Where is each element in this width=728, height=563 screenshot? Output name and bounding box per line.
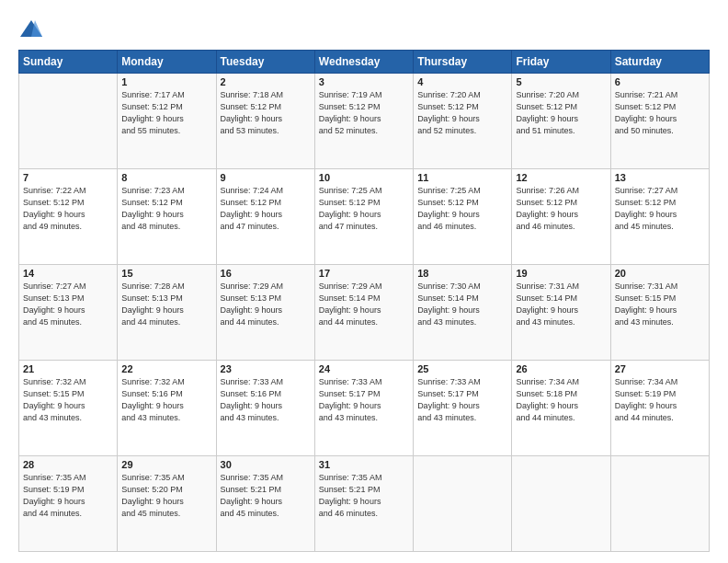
calendar-week-row: 28Sunrise: 7:35 AM Sunset: 5:19 PM Dayli… <box>19 456 710 552</box>
cell-info: Sunrise: 7:23 AM Sunset: 5:12 PM Dayligh… <box>121 185 211 233</box>
cell-info: Sunrise: 7:31 AM Sunset: 5:14 PM Dayligh… <box>516 281 606 328</box>
cell-info: Sunrise: 7:22 AM Sunset: 5:12 PM Dayligh… <box>23 185 113 233</box>
calendar-cell: 17Sunrise: 7:29 AM Sunset: 5:14 PM Dayli… <box>314 265 413 361</box>
day-number: 2 <box>221 76 311 87</box>
cell-info: Sunrise: 7:35 AM Sunset: 5:20 PM Dayligh… <box>121 472 211 520</box>
day-number: 31 <box>319 459 409 470</box>
day-number: 15 <box>121 268 211 279</box>
calendar-cell: 23Sunrise: 7:33 AM Sunset: 5:16 PM Dayli… <box>216 361 314 456</box>
cell-info: Sunrise: 7:29 AM Sunset: 5:14 PM Dayligh… <box>319 281 409 328</box>
cell-info: Sunrise: 7:34 AM Sunset: 5:18 PM Dayligh… <box>516 376 606 424</box>
calendar-cell <box>610 456 709 552</box>
weekday-header-row: SundayMondayTuesdayWednesdayThursdayFrid… <box>19 51 710 74</box>
cell-info: Sunrise: 7:35 AM Sunset: 5:21 PM Dayligh… <box>319 472 409 520</box>
calendar-week-row: 14Sunrise: 7:27 AM Sunset: 5:13 PM Dayli… <box>19 265 710 361</box>
cell-info: Sunrise: 7:17 AM Sunset: 5:12 PM Dayligh… <box>121 89 211 137</box>
weekday-header-sunday: Sunday <box>19 51 118 74</box>
cell-info: Sunrise: 7:25 AM Sunset: 5:12 PM Dayligh… <box>319 185 409 233</box>
day-number: 10 <box>319 172 409 183</box>
cell-info: Sunrise: 7:21 AM Sunset: 5:12 PM Dayligh… <box>615 89 705 137</box>
cell-info: Sunrise: 7:29 AM Sunset: 5:13 PM Dayligh… <box>221 281 311 328</box>
day-number: 13 <box>615 172 705 183</box>
calendar-cell: 1Sunrise: 7:17 AM Sunset: 5:12 PM Daylig… <box>118 74 216 169</box>
calendar-cell <box>512 456 610 552</box>
calendar-cell: 21Sunrise: 7:32 AM Sunset: 5:15 PM Dayli… <box>19 361 118 456</box>
calendar-page: SundayMondayTuesdayWednesdayThursdayFrid… <box>0 0 728 563</box>
day-number: 1 <box>121 76 211 87</box>
calendar-cell: 5Sunrise: 7:20 AM Sunset: 5:12 PM Daylig… <box>512 74 610 169</box>
cell-info: Sunrise: 7:26 AM Sunset: 5:12 PM Dayligh… <box>516 185 606 233</box>
calendar-cell: 12Sunrise: 7:26 AM Sunset: 5:12 PM Dayli… <box>512 169 610 265</box>
calendar-week-row: 1Sunrise: 7:17 AM Sunset: 5:12 PM Daylig… <box>19 74 710 169</box>
day-number: 30 <box>221 459 311 470</box>
calendar-cell: 27Sunrise: 7:34 AM Sunset: 5:19 PM Dayli… <box>610 361 709 456</box>
calendar-cell: 24Sunrise: 7:33 AM Sunset: 5:17 PM Dayli… <box>314 361 413 456</box>
calendar-cell: 31Sunrise: 7:35 AM Sunset: 5:21 PM Dayli… <box>314 456 413 552</box>
calendar-cell <box>19 74 118 169</box>
cell-info: Sunrise: 7:34 AM Sunset: 5:19 PM Dayligh… <box>615 376 705 424</box>
day-number: 27 <box>615 363 705 374</box>
calendar-week-row: 21Sunrise: 7:32 AM Sunset: 5:15 PM Dayli… <box>19 361 710 456</box>
cell-info: Sunrise: 7:24 AM Sunset: 5:12 PM Dayligh… <box>221 185 311 233</box>
weekday-header-thursday: Thursday <box>414 51 512 74</box>
day-number: 14 <box>23 268 113 279</box>
day-number: 8 <box>121 172 211 183</box>
day-number: 4 <box>417 76 507 87</box>
day-number: 11 <box>417 172 507 183</box>
calendar-cell: 2Sunrise: 7:18 AM Sunset: 5:12 PM Daylig… <box>216 74 314 169</box>
day-number: 19 <box>516 268 606 279</box>
day-number: 29 <box>121 459 211 470</box>
cell-info: Sunrise: 7:28 AM Sunset: 5:13 PM Dayligh… <box>121 281 211 328</box>
calendar-cell: 25Sunrise: 7:33 AM Sunset: 5:17 PM Dayli… <box>414 361 512 456</box>
calendar-cell: 13Sunrise: 7:27 AM Sunset: 5:12 PM Dayli… <box>610 169 709 265</box>
calendar-cell: 14Sunrise: 7:27 AM Sunset: 5:13 PM Dayli… <box>19 265 118 361</box>
calendar-cell: 30Sunrise: 7:35 AM Sunset: 5:21 PM Dayli… <box>216 456 314 552</box>
day-number: 17 <box>319 268 409 279</box>
cell-info: Sunrise: 7:20 AM Sunset: 5:12 PM Dayligh… <box>516 89 606 137</box>
day-number: 28 <box>23 459 113 470</box>
cell-info: Sunrise: 7:31 AM Sunset: 5:15 PM Dayligh… <box>615 281 705 328</box>
calendar-cell: 6Sunrise: 7:21 AM Sunset: 5:12 PM Daylig… <box>610 74 709 169</box>
cell-info: Sunrise: 7:32 AM Sunset: 5:16 PM Dayligh… <box>121 376 211 424</box>
calendar-cell: 18Sunrise: 7:30 AM Sunset: 5:14 PM Dayli… <box>414 265 512 361</box>
calendar-cell: 28Sunrise: 7:35 AM Sunset: 5:19 PM Dayli… <box>19 456 118 552</box>
calendar-week-row: 7Sunrise: 7:22 AM Sunset: 5:12 PM Daylig… <box>19 169 710 265</box>
day-number: 12 <box>516 172 606 183</box>
weekday-header-tuesday: Tuesday <box>216 51 314 74</box>
calendar-cell: 19Sunrise: 7:31 AM Sunset: 5:14 PM Dayli… <box>512 265 610 361</box>
weekday-header-monday: Monday <box>118 51 216 74</box>
cell-info: Sunrise: 7:32 AM Sunset: 5:15 PM Dayligh… <box>23 376 113 424</box>
calendar-cell: 11Sunrise: 7:25 AM Sunset: 5:12 PM Dayli… <box>414 169 512 265</box>
calendar-cell <box>414 456 512 552</box>
cell-info: Sunrise: 7:33 AM Sunset: 5:17 PM Dayligh… <box>319 376 409 424</box>
cell-info: Sunrise: 7:33 AM Sunset: 5:17 PM Dayligh… <box>417 376 507 424</box>
calendar-cell: 26Sunrise: 7:34 AM Sunset: 5:18 PM Dayli… <box>512 361 610 456</box>
cell-info: Sunrise: 7:35 AM Sunset: 5:19 PM Dayligh… <box>23 472 113 520</box>
cell-info: Sunrise: 7:18 AM Sunset: 5:12 PM Dayligh… <box>221 89 311 137</box>
calendar-cell: 8Sunrise: 7:23 AM Sunset: 5:12 PM Daylig… <box>118 169 216 265</box>
weekday-header-wednesday: Wednesday <box>314 51 413 74</box>
day-number: 22 <box>121 363 211 374</box>
calendar-cell: 20Sunrise: 7:31 AM Sunset: 5:15 PM Dayli… <box>610 265 709 361</box>
cell-info: Sunrise: 7:19 AM Sunset: 5:12 PM Dayligh… <box>319 89 409 137</box>
calendar-cell: 22Sunrise: 7:32 AM Sunset: 5:16 PM Dayli… <box>118 361 216 456</box>
day-number: 6 <box>615 76 705 87</box>
cell-info: Sunrise: 7:35 AM Sunset: 5:21 PM Dayligh… <box>221 472 311 520</box>
calendar-table: SundayMondayTuesdayWednesdayThursdayFrid… <box>18 50 710 552</box>
calendar-cell: 7Sunrise: 7:22 AM Sunset: 5:12 PM Daylig… <box>19 169 118 265</box>
day-number: 5 <box>516 76 606 87</box>
cell-info: Sunrise: 7:20 AM Sunset: 5:12 PM Dayligh… <box>417 89 507 137</box>
cell-info: Sunrise: 7:27 AM Sunset: 5:12 PM Dayligh… <box>615 185 705 233</box>
day-number: 23 <box>221 363 311 374</box>
calendar-cell: 29Sunrise: 7:35 AM Sunset: 5:20 PM Dayli… <box>118 456 216 552</box>
day-number: 16 <box>221 268 311 279</box>
header <box>18 17 710 42</box>
day-number: 25 <box>417 363 507 374</box>
weekday-header-friday: Friday <box>512 51 610 74</box>
day-number: 9 <box>221 172 311 183</box>
calendar-cell: 3Sunrise: 7:19 AM Sunset: 5:12 PM Daylig… <box>314 74 413 169</box>
cell-info: Sunrise: 7:25 AM Sunset: 5:12 PM Dayligh… <box>417 185 507 233</box>
weekday-header-saturday: Saturday <box>610 51 709 74</box>
calendar-cell: 4Sunrise: 7:20 AM Sunset: 5:12 PM Daylig… <box>414 74 512 169</box>
calendar-cell: 9Sunrise: 7:24 AM Sunset: 5:12 PM Daylig… <box>216 169 314 265</box>
